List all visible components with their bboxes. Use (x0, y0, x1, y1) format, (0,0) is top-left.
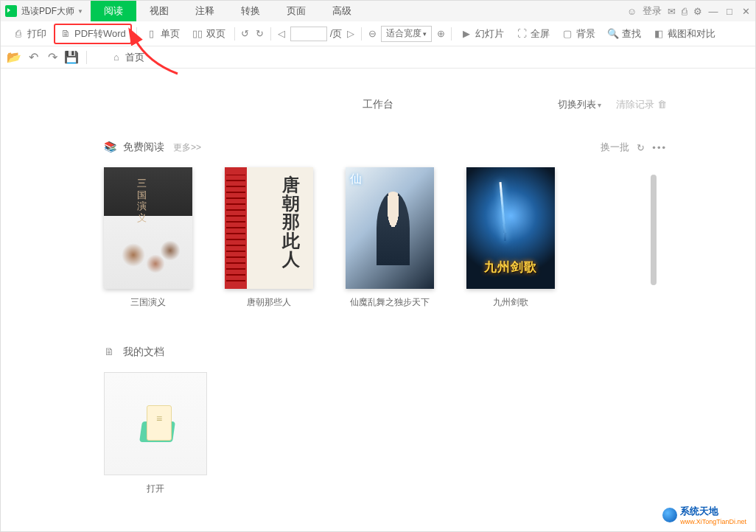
open-label: 打开 (104, 483, 207, 495)
zoom-label: 适合宽度 (386, 27, 421, 40)
refresh-icon[interactable]: ↻ (637, 142, 645, 153)
user-icon[interactable]: ☺ (627, 6, 637, 17)
toolbar: ⎙ 打印 🗎 PDF转Word ▯ 单页 ▯▯ 双页 ↺ ↻ ◁ /页 ▷ ⊖ … (1, 21, 755, 46)
double-page-button[interactable]: ▯▯ 双页 (187, 25, 230, 43)
separator (451, 27, 452, 41)
book-item[interactable]: 三国演义 (104, 167, 192, 309)
app-title: 迅读PDF大师 (21, 5, 74, 18)
double-page-label: 双页 (206, 27, 225, 41)
watermark-globe-icon (662, 508, 677, 522)
workspace-header: 工作台 切换列表▾ 清除记录 🗑 (104, 98, 667, 111)
scrollbar-thumb[interactable] (651, 175, 657, 285)
find-button[interactable]: 🔍 查找 (603, 25, 645, 43)
more-options-icon[interactable]: ••• (652, 142, 667, 153)
slideshow-button[interactable]: ▶ 幻灯片 (456, 25, 508, 43)
separator (86, 51, 87, 64)
app-dropdown-icon[interactable]: ▼ (77, 8, 83, 15)
document-icon: 🗎 (104, 346, 117, 359)
separator (136, 27, 137, 41)
switch-list-link[interactable]: 切换列表▾ (558, 98, 601, 111)
find-label: 查找 (622, 27, 641, 41)
fullscreen-icon: ⛶ (516, 28, 528, 40)
book-item[interactable]: 唐朝那些人 (225, 167, 313, 309)
maximize-button[interactable]: □ (724, 6, 735, 16)
my-docs-section: 🗎 我的文档 打开 (104, 346, 667, 495)
doc-grid: 打开 (104, 372, 667, 495)
open-doc-item[interactable]: 打开 (104, 372, 207, 495)
separator (361, 27, 362, 41)
single-page-label: 单页 (161, 27, 180, 41)
zoom-out-icon[interactable]: ⊖ (366, 28, 378, 40)
rotate-right-icon[interactable]: ↻ (254, 28, 266, 40)
title-right-controls: ☺ 登录 ✉ ⎙ ⚙ — □ ✕ (627, 4, 751, 18)
home-tab[interactable]: ⌂ 首页 (111, 51, 144, 64)
background-icon: ▢ (561, 28, 573, 40)
double-page-icon: ▯▯ (192, 28, 203, 40)
screenshot-compare-label: 截图和对比 (668, 27, 715, 41)
page-total-label: /页 (330, 27, 343, 41)
zoom-in-icon[interactable]: ⊕ (435, 28, 447, 40)
workspace-title: 工作台 (363, 98, 393, 111)
menu-tab-advanced[interactable]: 高级 (319, 1, 365, 21)
settings-icon[interactable]: ⚙ (693, 6, 702, 17)
fullscreen-button[interactable]: ⛶ 全屏 (511, 25, 554, 43)
print-icon: ⎙ (13, 28, 24, 40)
book-title: 九州剑歌 (466, 296, 555, 309)
screenshot-compare-button[interactable]: ◧ 截图和对比 (648, 25, 720, 43)
redo-icon[interactable]: ↷ (46, 52, 58, 63)
next-page-icon[interactable]: ▷ (345, 28, 357, 40)
slideshow-label: 幻灯片 (475, 27, 504, 41)
separator (270, 27, 271, 41)
watermark-url: www.XiTongTianDi.net (680, 518, 746, 525)
book-cover (225, 167, 313, 289)
save-icon[interactable]: 💾 (66, 52, 77, 63)
zoom-select[interactable]: 适合宽度 ▾ (381, 26, 432, 42)
login-link[interactable]: 登录 (643, 4, 662, 18)
book-cover (346, 167, 434, 289)
menu-tab-read[interactable]: 阅读 (91, 1, 136, 21)
home-tab-label: 首页 (125, 51, 144, 64)
camera-icon[interactable]: ⎙ (682, 6, 687, 17)
menu-tab-view[interactable]: 视图 (136, 1, 182, 21)
close-button[interactable]: ✕ (741, 6, 751, 16)
book-item[interactable]: 九州剑歌 (466, 167, 555, 309)
book-title: 唐朝那些人 (225, 296, 313, 309)
pdf-to-word-button[interactable]: 🗎 PDF转Word (54, 24, 132, 44)
clear-history-link[interactable]: 清除记录 🗑 (616, 98, 667, 111)
book-cover (466, 167, 555, 289)
secondary-toolbar: 📂 ↶ ↷ 💾 ⌂ 首页 (1, 46, 755, 69)
my-docs-header: 🗎 我的文档 (104, 346, 667, 359)
background-button[interactable]: ▢ 背景 (557, 25, 600, 43)
menu-tab-page[interactable]: 页面 (273, 1, 319, 21)
menu-tab-annotate[interactable]: 注释 (182, 1, 228, 21)
watermark: 系统天地 www.XiTongTianDi.net (662, 505, 746, 525)
main-content: 工作台 切换列表▾ 清除记录 🗑 📚 免费阅读 更多>> 换一批 ↻ ••• 三… (1, 69, 755, 531)
refresh-label[interactable]: 换一批 (601, 141, 629, 154)
undo-icon[interactable]: ↶ (27, 52, 39, 63)
free-reading-label: 免费阅读 (123, 141, 164, 154)
book-title: 三国演义 (104, 296, 192, 309)
open-doc-box (104, 372, 207, 475)
book-item[interactable]: 仙魔乱舞之独步天下 (346, 167, 434, 309)
open-folder-illustration-icon (133, 405, 178, 442)
open-folder-icon[interactable]: 📂 (8, 52, 20, 63)
menu-tab-convert[interactable]: 转换 (228, 1, 273, 21)
single-page-icon: ▯ (146, 28, 158, 40)
print-button[interactable]: ⎙ 打印 (8, 25, 51, 43)
compare-icon: ◧ (653, 28, 665, 40)
background-label: 背景 (576, 27, 595, 41)
rotate-left-icon[interactable]: ↺ (239, 28, 251, 40)
menu-tabs: 阅读 视图 注释 转换 页面 高级 (91, 1, 365, 21)
home-icon: ⌂ (111, 52, 122, 63)
separator (234, 27, 235, 41)
watermark-title: 系统天地 (680, 505, 718, 517)
search-icon: 🔍 (607, 28, 619, 40)
page-number-input[interactable] (290, 27, 327, 41)
more-link[interactable]: 更多>> (173, 141, 201, 154)
message-icon[interactable]: ✉ (668, 6, 676, 17)
workspace-header-links: 切换列表▾ 清除记录 🗑 (558, 98, 667, 111)
print-label: 打印 (27, 27, 46, 41)
prev-page-icon[interactable]: ◁ (276, 28, 287, 40)
minimize-button[interactable]: — (708, 6, 718, 16)
single-page-button[interactable]: ▯ 单页 (141, 25, 184, 43)
